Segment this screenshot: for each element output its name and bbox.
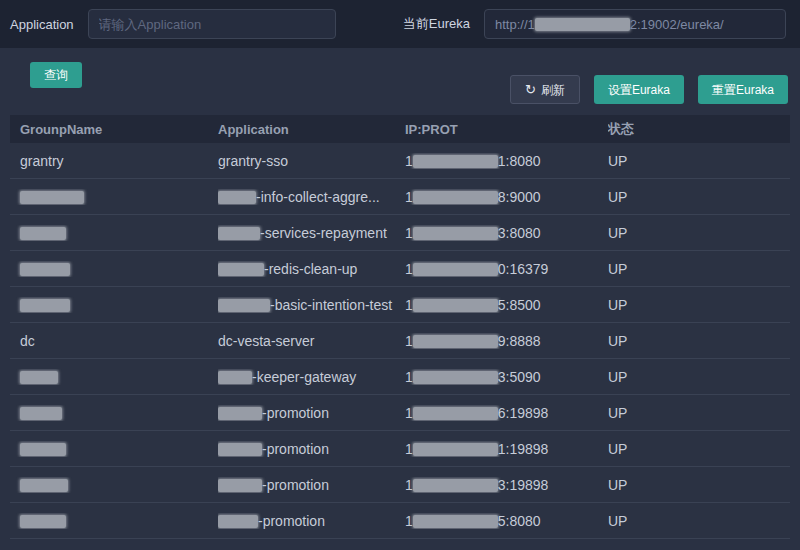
cell-group [10,405,218,421]
cell-status: UP [608,405,790,421]
application-input[interactable] [88,9,336,39]
redacted-text [413,155,498,168]
cell-ip: 10:16379 [405,261,608,277]
redacted-text [413,479,498,492]
cell-text: 1 [405,405,413,421]
cell-text: -basic-intention-test [270,297,392,313]
cell-text: -info-collect-aggre... [256,189,380,205]
cell-group [10,441,218,457]
cell-ip: 18:9000 [405,189,608,205]
cell-ip: 16:19898 [405,405,608,421]
cell-ip: 15:8500 [405,297,608,313]
cell-status: UP [608,261,790,277]
redacted-text [20,443,66,456]
redacted-text [413,263,498,276]
cell-app: -promotion [218,441,405,457]
cell-group [10,225,218,241]
cell-status: UP [608,153,790,169]
cell-app: -basic-intention-test [218,297,405,313]
table-row: -services-repayment13:8080UP [10,215,790,251]
redacted-text [20,191,84,204]
refresh-label: 刷新 [541,84,565,96]
table-row: -promotion13:19898UP [10,467,790,503]
cell-ip: 11:8080 [405,153,608,169]
redacted-text [413,371,498,384]
search-button[interactable]: 查询 [30,62,82,88]
table-header: GrounpName Application IP:PROT 状态 [10,115,790,143]
eureka-redact [535,18,630,31]
set-eureka-button[interactable]: 设置Euraka [594,75,684,104]
topbar: Application 当前Eureka http://1 2:19002/eu… [0,0,800,48]
table-row: dcdc-vesta-server19:8888UP [10,323,790,359]
table-row: -promotion15:8080UP [10,503,790,539]
eureka-url-field[interactable]: http://1 2:19002/eureka/ [484,9,786,39]
redacted-text [20,299,70,312]
cell-ip: 13:5090 [405,369,608,385]
cell-group [10,297,218,313]
col-status: 状态 [608,120,790,138]
cell-app: -promotion [218,405,405,421]
cell-text: 1 [405,297,413,313]
cell-text: 9:8888 [498,333,541,349]
redacted-text [413,443,498,456]
cell-text: 1:8080 [498,153,541,169]
cell-text: 5:8500 [498,297,541,313]
redacted-text [20,263,70,276]
cell-text: 8:9000 [498,189,541,205]
cell-text: -promotion [258,513,325,529]
reset-eureka-button[interactable]: 重置Euraka [698,75,788,104]
cell-app: -promotion [218,477,405,493]
cell-ip: 15:8080 [405,513,608,529]
redacted-text [413,191,498,204]
cell-text: 1 [405,225,413,241]
cell-text: grantry-sso [218,153,288,169]
eureka-label: 当前Eureka [403,15,470,33]
table-row: -keeper-gateway13:5090UP [10,359,790,395]
cell-text: -promotion [262,441,329,457]
cell-status: UP [608,225,790,241]
cell-text: 1 [405,153,413,169]
table-row: -basic-intention-test15:8500UP [10,287,790,323]
col-ip-port: IP:PROT [405,122,608,137]
redacted-text [218,407,262,420]
cell-group: grantry [10,153,218,169]
redacted-text [20,479,68,492]
cell-text: dc [20,333,35,349]
cell-text: 1 [405,441,413,457]
redacted-text [20,407,62,420]
services-table: GrounpName Application IP:PROT 状态 grantr… [10,115,790,539]
cell-status: UP [608,477,790,493]
cell-app: -promotion [218,513,405,529]
cell-text: 1 [405,477,413,493]
cell-text: 1 [405,513,413,529]
cell-ip: 11:19898 [405,441,608,457]
cell-text: 1:19898 [498,441,549,457]
redacted-text [413,407,498,420]
redacted-text [413,299,498,312]
cell-text: 1 [405,189,413,205]
cell-text: 1 [405,261,413,277]
redacted-text [413,335,498,348]
cell-status: UP [608,441,790,457]
table-row: -redis-clean-up10:16379UP [10,251,790,287]
redacted-text [218,227,260,240]
table-body: grantrygrantry-sso11:8080UP-info-collect… [10,143,790,539]
cell-ip: 13:19898 [405,477,608,493]
application-label: Application [10,17,74,32]
table-row: -info-collect-aggre...18:9000UP [10,179,790,215]
cell-text: grantry [20,153,64,169]
redacted-text [413,515,498,528]
cell-app: dc-vesta-server [218,333,405,349]
cell-status: UP [608,333,790,349]
cell-ip: 19:8888 [405,333,608,349]
redacted-text [20,227,66,240]
cell-status: UP [608,297,790,313]
cell-group [10,477,218,493]
redacted-text [413,227,498,240]
cell-status: UP [608,189,790,205]
cell-text: -redis-clean-up [264,261,357,277]
cell-status: UP [608,369,790,385]
refresh-button[interactable]: ↻ 刷新 [510,75,580,104]
redacted-text [218,299,270,312]
cell-text: 3:8080 [498,225,541,241]
